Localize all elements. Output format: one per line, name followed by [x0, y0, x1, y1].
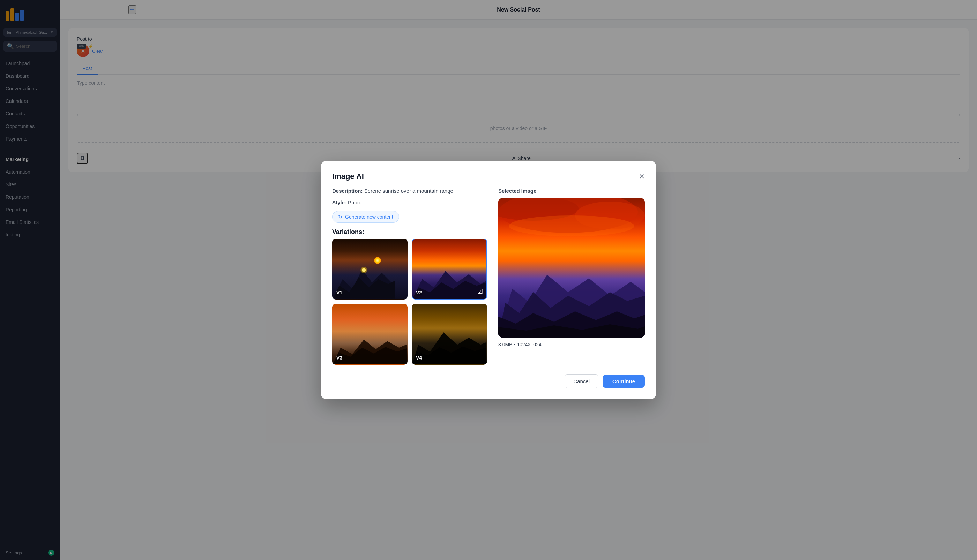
generate-button[interactable]: ↻ Generate new content [332, 211, 399, 223]
modal-close-button[interactable]: ✕ [639, 172, 645, 181]
continue-button[interactable]: Continue [603, 375, 645, 388]
description-value: Serene sunrise over a mountain range [364, 188, 453, 194]
variations-section: Variations: [332, 228, 487, 365]
modal-header: Image AI ✕ [332, 172, 645, 181]
style-value: Photo [348, 200, 361, 205]
description-row: Description: Serene sunrise over a mount… [332, 188, 487, 194]
variation-v1-label: V1 [336, 290, 342, 295]
variation-card-v1[interactable]: V1 [332, 238, 408, 300]
style-label: Style: [332, 200, 346, 205]
modal-footer: Cancel Continue [332, 372, 645, 388]
variation-v2-label: V2 [416, 290, 422, 295]
variation-v4-label: V4 [416, 355, 422, 360]
variation-card-v4[interactable]: V4 [412, 304, 487, 365]
svg-point-4 [361, 267, 367, 274]
modal-body: Description: Serene sunrise over a mount… [332, 188, 645, 365]
variation-v3-label: V3 [336, 355, 342, 360]
modal-right-panel: Selected Image [498, 188, 645, 365]
variations-grid: V1 V2 ☑ [332, 238, 487, 365]
generate-button-label: Generate new content [345, 214, 393, 220]
variation-card-v3[interactable]: V3 [332, 304, 408, 365]
modal-title: Image AI [332, 172, 364, 181]
variation-card-v2[interactable]: V2 ☑ [412, 238, 487, 300]
image-metadata: 3.0MB • 1024×1024 [498, 342, 645, 347]
svg-point-14 [509, 215, 635, 237]
description-label: Description: [332, 188, 363, 194]
selected-image-label: Selected Image [498, 188, 645, 194]
image-ai-modal: Image AI ✕ Description: Serene sunrise o… [321, 161, 656, 399]
cancel-button[interactable]: Cancel [564, 375, 598, 388]
modal-overlay: Image AI ✕ Description: Serene sunrise o… [0, 0, 977, 560]
selected-image [498, 198, 645, 338]
refresh-icon: ↻ [338, 214, 342, 220]
style-row: Style: Photo [332, 200, 487, 205]
modal-left-panel: Description: Serene sunrise over a mount… [332, 188, 487, 365]
variation-v2-check-icon: ☑ [477, 288, 483, 295]
variations-title: Variations: [332, 228, 487, 236]
